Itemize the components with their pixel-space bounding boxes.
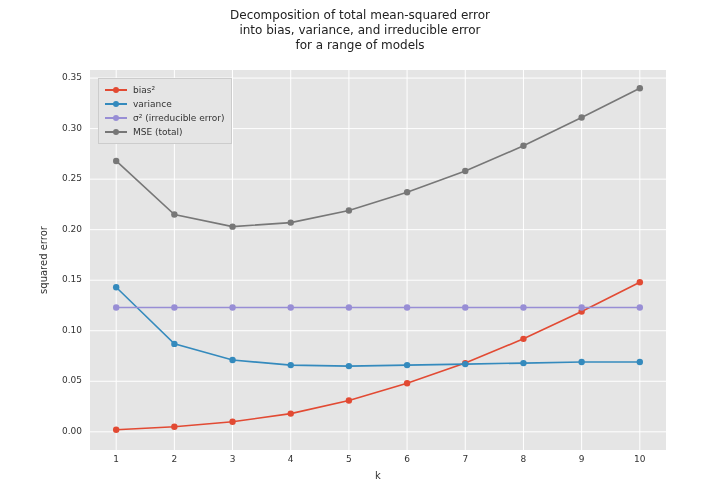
y-tick-label: 0.05 (0, 375, 82, 385)
legend-label-mse: MSE (total) (133, 127, 183, 137)
title-line-3: for a range of models (295, 38, 424, 52)
legend-swatch-variance (105, 99, 127, 109)
x-tick-label: 10 (630, 454, 650, 464)
svg-point-22 (346, 397, 352, 403)
y-tick-label: 0.20 (0, 224, 82, 234)
svg-point-38 (113, 304, 119, 310)
x-axis-label: k (90, 470, 666, 481)
svg-point-30 (229, 357, 235, 363)
svg-point-37 (637, 359, 643, 365)
legend-swatch-mse (105, 127, 127, 137)
legend-label-bias2: bias² (133, 85, 155, 95)
svg-point-32 (346, 363, 352, 369)
svg-point-44 (462, 304, 468, 310)
svg-point-29 (171, 341, 177, 347)
title-line-2: into bias, variance, and irreducible err… (239, 23, 480, 37)
svg-point-49 (171, 211, 177, 217)
svg-point-53 (404, 189, 410, 195)
figure: Decomposition of total mean-squared erro… (0, 0, 720, 504)
svg-point-47 (637, 304, 643, 310)
y-tick-label: 0.15 (0, 274, 82, 284)
y-tick-label: 0.25 (0, 173, 82, 183)
svg-point-19 (171, 424, 177, 430)
y-tick-label: 0.10 (0, 325, 82, 335)
legend-swatch-sigma2 (105, 113, 127, 123)
svg-point-21 (288, 410, 294, 416)
legend-item-mse: MSE (total) (105, 125, 225, 139)
svg-point-23 (404, 380, 410, 386)
legend-swatch-bias2 (105, 85, 127, 95)
y-tick-label: 0.30 (0, 123, 82, 133)
svg-point-56 (578, 114, 584, 120)
svg-point-54 (462, 168, 468, 174)
svg-point-25 (520, 336, 526, 342)
y-tick-label: 0.00 (0, 426, 82, 436)
svg-point-50 (229, 223, 235, 229)
svg-point-57 (637, 85, 643, 91)
svg-point-41 (288, 304, 294, 310)
legend-item-variance: variance (105, 97, 225, 111)
svg-point-40 (229, 304, 235, 310)
svg-point-31 (288, 362, 294, 368)
x-tick-label: 7 (455, 454, 475, 464)
svg-point-28 (113, 284, 119, 290)
svg-point-52 (346, 207, 352, 213)
legend-item-sigma2: σ² (irreducible error) (105, 111, 225, 125)
x-tick-label: 9 (572, 454, 592, 464)
svg-point-55 (520, 143, 526, 149)
x-tick-label: 8 (513, 454, 533, 464)
svg-point-43 (404, 304, 410, 310)
svg-point-18 (113, 427, 119, 433)
legend-label-variance: variance (133, 99, 172, 109)
svg-point-39 (171, 304, 177, 310)
svg-point-45 (520, 304, 526, 310)
svg-point-33 (404, 362, 410, 368)
svg-point-51 (288, 219, 294, 225)
svg-point-35 (520, 360, 526, 366)
x-tick-label: 2 (164, 454, 184, 464)
svg-point-34 (462, 361, 468, 367)
x-tick-label: 5 (339, 454, 359, 464)
chart-title: Decomposition of total mean-squared erro… (0, 8, 720, 53)
x-tick-label: 3 (223, 454, 243, 464)
x-tick-label: 1 (106, 454, 126, 464)
svg-point-42 (346, 304, 352, 310)
legend-item-bias2: bias² (105, 83, 225, 97)
x-tick-label: 6 (397, 454, 417, 464)
legend-label-sigma2: σ² (irreducible error) (133, 113, 225, 123)
plot-area: bias² variance σ² (irreducible error) MS… (90, 70, 666, 450)
svg-point-27 (637, 279, 643, 285)
legend: bias² variance σ² (irreducible error) MS… (98, 78, 232, 144)
svg-point-20 (229, 419, 235, 425)
y-tick-label: 0.35 (0, 72, 82, 82)
x-tick-label: 4 (281, 454, 301, 464)
svg-point-48 (113, 158, 119, 164)
svg-point-46 (578, 304, 584, 310)
title-line-1: Decomposition of total mean-squared erro… (230, 8, 490, 22)
svg-point-36 (578, 359, 584, 365)
